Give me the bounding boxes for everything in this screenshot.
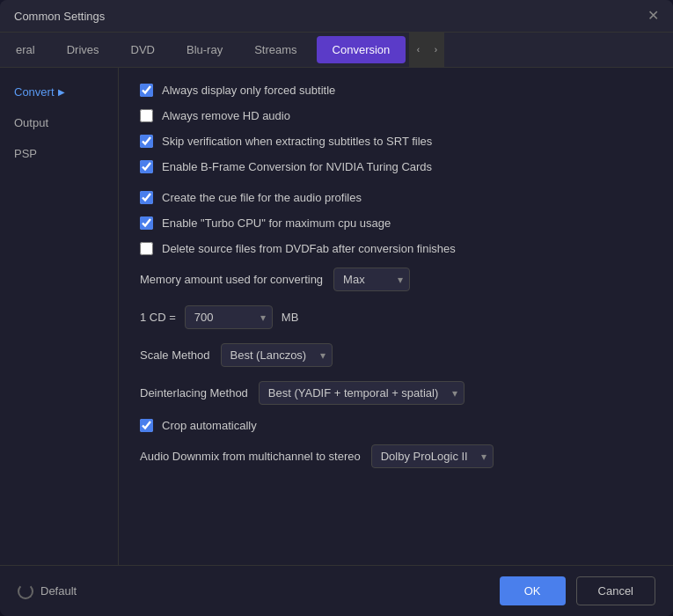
tab-nav-left[interactable]: ‹ xyxy=(409,33,427,67)
crop-auto-label: Crop automatically xyxy=(162,419,257,432)
nav-tabs: eral Drives DVD Blu-ray Streams Conversi… xyxy=(0,33,673,68)
footer: Default OK Cancel xyxy=(0,565,673,616)
deinterlace-select-wrapper: Best (YADIF + temporal + spatial) YADIF … xyxy=(259,381,465,405)
audio-downmix-select[interactable]: Dolby ProLogic II Stereo None xyxy=(371,444,494,468)
remove-hd-audio-label: Always remove HD audio xyxy=(162,109,290,122)
sidebar-psp-label: PSP xyxy=(14,147,37,160)
tab-conversion[interactable]: Conversion xyxy=(317,36,406,63)
memory-select-wrapper: Max High Medium Low xyxy=(333,268,410,291)
tab-drives[interactable]: Drives xyxy=(51,33,115,67)
skip-verification-label: Skip verification when extracting subtit… xyxy=(162,135,432,148)
turbo-cpu-row: Enable "Turbo CPU" for maximum cpu usage xyxy=(140,216,652,230)
forced-subtitle-row: Always display only forced subtitle xyxy=(140,84,652,97)
title-bar: Common Settings ✕ xyxy=(0,0,673,33)
tab-dvd[interactable]: DVD xyxy=(115,33,171,67)
default-icon xyxy=(18,583,33,599)
audio-downmix-select-wrapper: Dolby ProLogic II Stereo None xyxy=(371,444,494,468)
forced-subtitle-label: Always display only forced subtitle xyxy=(162,84,335,97)
scale-method-select[interactable]: Best (Lanczos) Bilinear Bicubic xyxy=(221,343,333,367)
tab-nav-right[interactable]: › xyxy=(427,33,444,67)
scale-method-row: Scale Method Best (Lanczos) Bilinear Bic… xyxy=(140,343,652,367)
sidebar-convert-arrow: ▶ xyxy=(58,87,65,97)
cd-label: 1 CD = xyxy=(140,311,176,324)
dialog-title: Common Settings xyxy=(14,10,105,23)
main-content: Always display only forced subtitle Alwa… xyxy=(119,68,673,565)
audio-downmix-label: Audio Downmix from multichannel to stere… xyxy=(140,450,361,463)
memory-setting-row: Memory amount used for converting Max Hi… xyxy=(140,268,652,291)
delete-source-checkbox[interactable] xyxy=(140,242,153,255)
default-label: Default xyxy=(40,584,77,598)
content-area: Convert ▶ Output PSP Always display only… xyxy=(0,68,673,565)
remove-hd-audio-checkbox[interactable] xyxy=(140,109,153,122)
create-cue-checkbox[interactable] xyxy=(140,191,153,204)
crop-auto-row: Crop automatically xyxy=(140,419,652,432)
memory-select[interactable]: Max High Medium Low xyxy=(333,268,410,291)
dialog: Common Settings ✕ eral Drives DVD Blu-ra… xyxy=(0,0,673,616)
cd-value-wrapper xyxy=(185,305,273,329)
tab-bluray[interactable]: Blu-ray xyxy=(171,33,238,67)
delete-source-label: Delete source files from DVDFab after co… xyxy=(162,242,456,255)
sidebar-item-psp[interactable]: PSP xyxy=(0,138,118,169)
sidebar: Convert ▶ Output PSP xyxy=(0,68,119,565)
footer-buttons: OK Cancel xyxy=(500,576,655,605)
memory-label: Memory amount used for converting xyxy=(140,273,323,286)
forced-subtitle-checkbox[interactable] xyxy=(140,84,153,97)
skip-verification-row: Skip verification when extracting subtit… xyxy=(140,135,652,148)
deinterlace-row: Deinterlacing Method Best (YADIF + tempo… xyxy=(140,381,652,405)
turbo-cpu-label: Enable "Turbo CPU" for maximum cpu usage xyxy=(162,216,391,230)
sidebar-item-convert[interactable]: Convert ▶ xyxy=(0,77,118,107)
tab-streams[interactable]: Streams xyxy=(238,33,312,67)
audio-downmix-row: Audio Downmix from multichannel to stere… xyxy=(140,444,652,468)
cd-unit: MB xyxy=(282,311,299,324)
bframe-conversion-row: Enable B-Frame Conversion for NVIDIA Tur… xyxy=(140,160,652,173)
create-cue-label: Create the cue file for the audio profil… xyxy=(162,191,362,204)
sidebar-item-output[interactable]: Output xyxy=(0,107,118,138)
cd-row: 1 CD = MB xyxy=(140,305,652,329)
cd-value-input[interactable] xyxy=(185,305,273,329)
skip-verification-checkbox[interactable] xyxy=(140,135,153,148)
ok-button[interactable]: OK xyxy=(500,576,566,605)
sidebar-output-label: Output xyxy=(14,116,48,129)
scale-method-select-wrapper: Best (Lanczos) Bilinear Bicubic xyxy=(221,343,333,367)
bframe-conversion-checkbox[interactable] xyxy=(140,160,153,173)
sidebar-convert-label: Convert xyxy=(14,85,55,99)
turbo-cpu-checkbox[interactable] xyxy=(140,216,153,230)
deinterlace-label: Deinterlacing Method xyxy=(140,386,248,400)
crop-auto-checkbox[interactable] xyxy=(140,419,153,432)
remove-hd-audio-row: Always remove HD audio xyxy=(140,109,652,122)
bframe-conversion-label: Enable B-Frame Conversion for NVIDIA Tur… xyxy=(162,160,432,173)
close-button[interactable]: ✕ xyxy=(647,9,659,23)
cancel-button[interactable]: Cancel xyxy=(576,576,655,605)
create-cue-row: Create the cue file for the audio profil… xyxy=(140,191,652,204)
default-button[interactable]: Default xyxy=(18,583,77,599)
deinterlace-select[interactable]: Best (YADIF + temporal + spatial) YADIF … xyxy=(259,381,465,405)
scale-method-label: Scale Method xyxy=(140,348,210,362)
delete-source-row: Delete source files from DVDFab after co… xyxy=(140,242,652,255)
tab-general[interactable]: eral xyxy=(0,33,51,67)
